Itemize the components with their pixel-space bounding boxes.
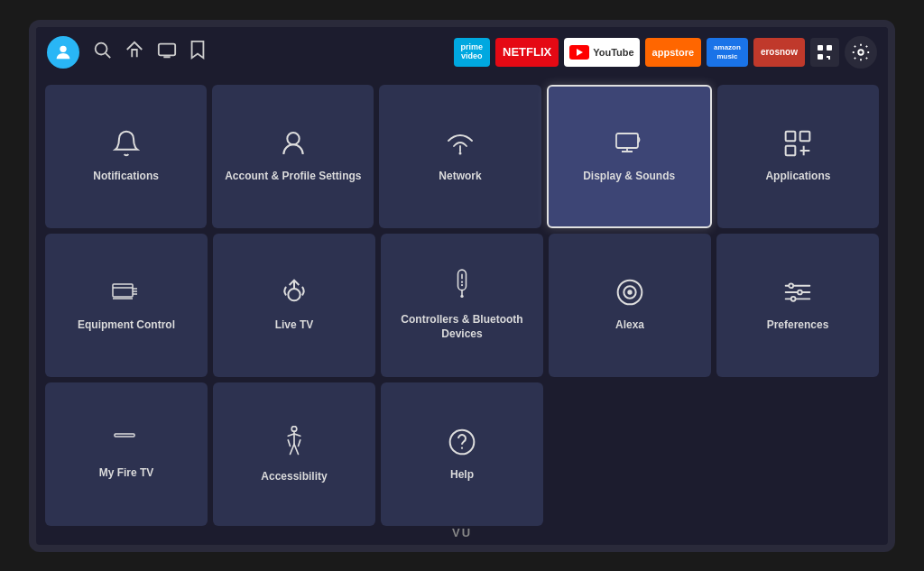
- all-apps-button[interactable]: [810, 38, 839, 67]
- network-label: Network: [435, 170, 485, 184]
- grid-cell-display-sounds[interactable]: Display & Sounds: [547, 85, 712, 228]
- controllers-bluetooth-icon: [449, 269, 475, 306]
- grid-cell-accessibility[interactable]: Accessibility: [213, 382, 375, 526]
- svg-point-45: [291, 426, 297, 431]
- account-icon: [279, 129, 308, 162]
- grid-cell-network[interactable]: Network: [379, 85, 541, 228]
- alexa-label: Alexa: [612, 318, 648, 333]
- main-content: Notifications Account & Profile Settings: [36, 78, 888, 545]
- notifications-label: Notifications: [89, 170, 162, 184]
- settings-button[interactable]: [845, 36, 877, 69]
- svg-point-37: [627, 290, 632, 295]
- svg-rect-7: [818, 54, 823, 60]
- tv-icon[interactable]: [157, 40, 177, 64]
- grid-cell-controllers-bluetooth[interactable]: Controllers & Bluetooth Devices: [381, 234, 543, 377]
- svg-rect-16: [786, 132, 796, 142]
- svg-rect-3: [159, 44, 175, 56]
- home-icon[interactable]: [125, 40, 144, 64]
- display-sounds-label: Display & Sounds: [579, 170, 679, 184]
- svg-rect-29: [458, 271, 467, 291]
- my-fire-tv-label: My Fire TV: [96, 466, 158, 481]
- app-appstore[interactable]: appstore: [645, 38, 701, 67]
- equipment-control-label: Equipment Control: [74, 318, 179, 333]
- svg-point-43: [791, 297, 796, 301]
- grid-cell-help[interactable]: Help: [381, 382, 543, 526]
- preferences-icon: [782, 278, 813, 311]
- svg-point-48: [461, 447, 463, 448]
- nav-left: [47, 36, 206, 69]
- svg-rect-21: [113, 284, 133, 297]
- svg-point-41: [789, 283, 793, 288]
- app-erosnow[interactable]: erosnow: [753, 38, 805, 67]
- grid-cell-preferences[interactable]: Preferences: [716, 234, 879, 377]
- accessibility-label: Accessibility: [257, 470, 330, 484]
- applications-icon: [783, 129, 812, 162]
- help-icon: [448, 428, 476, 461]
- display-sounds-icon: [613, 129, 645, 162]
- grid-cell-empty-1: [549, 382, 711, 526]
- tv-frame: primevideo NETFLIX YouTube appstore amaz…: [29, 20, 895, 552]
- grid-cell-my-fire-tv[interactable]: My Fire TV: [45, 382, 208, 526]
- grid-row-1: Notifications Account & Profile Settings: [45, 85, 879, 228]
- grid-cell-equipment-control[interactable]: Equipment Control: [45, 234, 208, 377]
- app-prime-video[interactable]: primevideo: [454, 38, 491, 67]
- grid-cell-account[interactable]: Account & Profile Settings: [212, 85, 374, 228]
- equipment-control-icon: [110, 278, 143, 311]
- search-icon[interactable]: [92, 40, 112, 64]
- account-label: Account & Profile Settings: [221, 170, 365, 184]
- applications-label: Applications: [762, 170, 834, 184]
- avatar[interactable]: [47, 36, 79, 69]
- grid-row-2: Equipment Control Live TV: [45, 234, 879, 377]
- grid-cell-applications[interactable]: Applications: [717, 85, 879, 228]
- grid-cell-alexa[interactable]: Alexa: [549, 234, 711, 377]
- network-icon: [444, 129, 476, 162]
- app-amazon-music[interactable]: amazonmusic: [707, 38, 748, 67]
- svg-point-0: [60, 45, 66, 51]
- grid-cell-notifications[interactable]: Notifications: [45, 85, 207, 228]
- svg-rect-5: [818, 45, 823, 51]
- svg-rect-13: [616, 134, 638, 148]
- svg-point-1: [96, 43, 107, 55]
- nav-apps: primevideo NETFLIX YouTube appstore amaz…: [454, 36, 878, 69]
- my-fire-tv-icon: [111, 429, 142, 459]
- svg-rect-18: [786, 146, 796, 156]
- svg-line-2: [106, 53, 110, 58]
- app-youtube[interactable]: YouTube: [564, 38, 639, 67]
- svg-point-27: [288, 289, 300, 300]
- svg-rect-6: [827, 45, 832, 51]
- alexa-icon: [615, 278, 644, 311]
- svg-rect-44: [115, 434, 134, 437]
- svg-point-42: [798, 290, 802, 295]
- grid-cell-live-tv[interactable]: Live TV: [213, 234, 375, 377]
- svg-rect-17: [800, 132, 810, 142]
- accessibility-icon: [282, 426, 307, 463]
- app-netflix[interactable]: NETFLIX: [495, 38, 559, 67]
- svg-rect-9: [827, 56, 830, 58]
- svg-point-34: [460, 295, 463, 298]
- tv-brand-label: VU: [452, 526, 472, 539]
- svg-point-47: [450, 429, 475, 454]
- live-tv-icon: [280, 278, 309, 311]
- svg-point-10: [858, 50, 864, 55]
- controllers-bluetooth-label: Controllers & Bluetooth Devices: [381, 313, 543, 341]
- notification-icon: [112, 129, 141, 162]
- grid-row-3: My Fire TV Accessibility: [45, 382, 879, 526]
- top-nav: primevideo NETFLIX YouTube appstore amaz…: [36, 27, 888, 78]
- svg-point-11: [287, 133, 299, 144]
- help-label: Help: [447, 468, 477, 483]
- svg-point-31: [461, 281, 463, 283]
- bookmark-icon[interactable]: [189, 40, 206, 64]
- svg-point-12: [459, 152, 462, 154]
- svg-point-32: [461, 284, 463, 286]
- preferences-label: Preferences: [763, 318, 833, 333]
- live-tv-label: Live TV: [272, 318, 318, 333]
- grid-cell-empty-2: [716, 382, 879, 526]
